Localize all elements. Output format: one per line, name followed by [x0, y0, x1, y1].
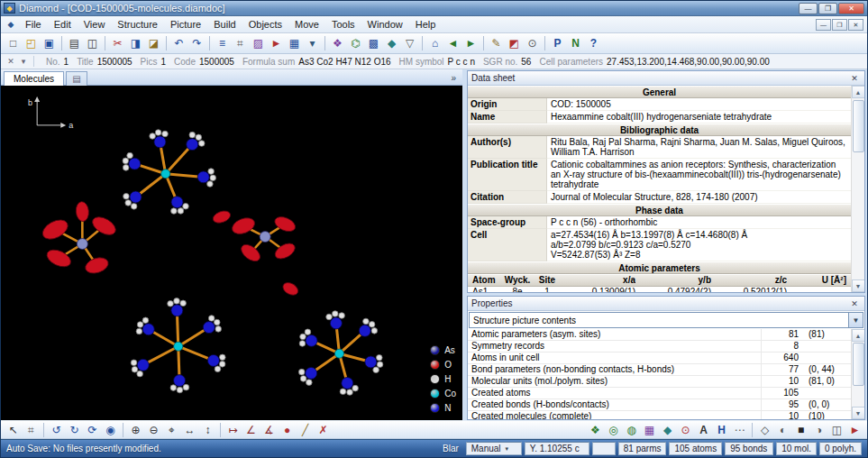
zoom-in-icon[interactable]: ⊕: [127, 422, 144, 438]
close-button[interactable]: ✕: [838, 3, 864, 14]
property-row[interactable]: Atoms in unit cell640: [468, 353, 851, 364]
home-icon[interactable]: ⌂: [426, 35, 443, 51]
scroll-down-icon[interactable]: ▼: [852, 407, 865, 419]
table-menu-arrow-icon[interactable]: ▾: [304, 35, 321, 51]
menu-picture[interactable]: Picture: [164, 16, 207, 33]
frame-select-icon[interactable]: ⌗: [23, 422, 40, 438]
video-sequence-icon[interactable]: ►: [268, 35, 285, 51]
add-bond-icon[interactable]: ╱: [297, 422, 314, 438]
property-row[interactable]: Symmetry records8: [468, 341, 851, 353]
picture-icon[interactable]: ▨: [250, 35, 267, 51]
property-row[interactable]: Created bonds (H-bonds/contacts)95(0, 0): [468, 399, 851, 411]
mdi-restore-button[interactable]: ❐: [832, 19, 847, 31]
build-molecules-icon[interactable]: ⌬: [347, 35, 364, 51]
dropdown-arrow-icon[interactable]: ▼: [848, 313, 863, 327]
add-atom-icon[interactable]: ●: [279, 422, 296, 438]
pan-horizontal-icon[interactable]: ↔: [181, 422, 198, 438]
polyhedra-icon[interactable]: ◆: [383, 35, 400, 51]
palette-icon[interactable]: ◩: [506, 35, 523, 51]
property-row[interactable]: Created atoms105: [468, 388, 851, 399]
table-menu-icon[interactable]: ▦: [286, 35, 303, 51]
property-row[interactable]: Bond parameters (non-bonding contacts, H…: [468, 364, 851, 376]
restore-button[interactable]: ❐: [818, 3, 837, 14]
menu-build[interactable]: Build: [207, 16, 242, 33]
menu-structure[interactable]: Structure: [111, 16, 164, 33]
update-mode-combo[interactable]: Manual▾: [466, 442, 522, 455]
molecules-mode-icon[interactable]: ❖: [587, 422, 604, 438]
polyhedra-mode-icon[interactable]: ◆: [659, 422, 676, 438]
menu-view[interactable]: View: [78, 16, 112, 33]
mdi-close-button[interactable]: ✕: [848, 19, 863, 31]
periodic-table-icon[interactable]: P: [549, 35, 566, 51]
title-bar[interactable]: ◆ Diamond - [COD-1500005-molecules.diamd…: [1, 1, 867, 16]
scroll-up-icon[interactable]: ▲: [852, 86, 865, 98]
scroll-thumb[interactable]: [853, 343, 864, 386]
hydrogen-toggle-icon[interactable]: H: [713, 422, 730, 438]
new-picture-tab[interactable]: ▤: [66, 71, 87, 86]
menu-help[interactable]: Help: [409, 16, 443, 33]
rotate-z-icon[interactable]: ⟳: [84, 422, 101, 438]
perspective-icon[interactable]: ◇: [756, 422, 773, 438]
ellipsoid-mode-icon[interactable]: ⊙: [677, 422, 694, 438]
atom-labels-icon[interactable]: A: [695, 422, 712, 438]
structure-canvas[interactable]: ba AsOHCoN: [1, 86, 462, 420]
open-file-icon[interactable]: ◰: [23, 35, 40, 51]
zoom-out-icon[interactable]: ⊖: [145, 422, 162, 438]
rotate-x-icon[interactable]: ↺: [48, 422, 65, 438]
mdi-minimize-button[interactable]: —: [816, 19, 831, 31]
record-nav-icon[interactable]: ▾: [17, 57, 30, 66]
scroll-down-icon[interactable]: ▼: [852, 279, 865, 292]
close-infobar-icon[interactable]: ✕: [5, 57, 17, 66]
measure-angle-icon[interactable]: ∠: [242, 422, 260, 438]
menu-file[interactable]: File: [19, 16, 48, 33]
render-quality-icon[interactable]: ◑: [810, 422, 827, 438]
menu-edit[interactable]: Edit: [48, 16, 78, 33]
close-data-sheet-icon[interactable]: ✕: [848, 74, 861, 83]
cut-icon[interactable]: ✂: [109, 35, 126, 51]
data-sheet-title-bar[interactable]: Data sheet ✕: [468, 71, 864, 86]
movie-icon[interactable]: ►: [846, 422, 863, 438]
scroll-track[interactable]: [852, 342, 865, 407]
help-icon[interactable]: ?: [585, 35, 602, 51]
pan-vertical-icon[interactable]: ↕: [199, 422, 216, 438]
menu-window[interactable]: Window: [361, 16, 409, 33]
powder-pattern-icon[interactable]: N: [567, 35, 584, 51]
copy-icon[interactable]: ◨: [127, 35, 144, 51]
pointer-select-icon[interactable]: ↖: [5, 422, 22, 438]
snapshot-icon[interactable]: ◫: [828, 422, 845, 438]
menu-objects[interactable]: Objects: [242, 16, 288, 33]
data-sheet-scrollbar[interactable]: ▲ ▼: [851, 86, 864, 292]
atomic-table-row[interactable]: As18e10.13009(1)0.47924(2)0.52012(1): [468, 287, 851, 292]
menu-move[interactable]: Move: [288, 16, 325, 33]
undo-icon[interactable]: ↶: [170, 35, 187, 51]
settings-icon[interactable]: ⊙: [524, 35, 541, 51]
filter-icon[interactable]: ▽: [401, 35, 418, 51]
print-icon[interactable]: ▤: [66, 35, 83, 51]
scroll-track[interactable]: [852, 98, 865, 279]
spin-icon[interactable]: ◉: [102, 422, 119, 438]
measure-distance-icon[interactable]: ↦: [224, 422, 242, 438]
background-color-icon[interactable]: ■: [792, 422, 809, 438]
properties-scrollbar[interactable]: ▲ ▼: [851, 329, 864, 419]
grow-molecule-icon[interactable]: ◎: [605, 422, 622, 438]
close-properties-icon[interactable]: ✕: [848, 299, 861, 308]
packing-cell-icon[interactable]: ▦: [641, 422, 658, 438]
paste-icon[interactable]: ◪: [145, 35, 162, 51]
contacts-icon[interactable]: ⋯: [731, 422, 748, 438]
measure-torsion-icon[interactable]: ∡: [260, 422, 278, 438]
save-icon[interactable]: ▣: [41, 35, 58, 51]
scroll-thumb[interactable]: [853, 100, 864, 152]
stereo-view-icon[interactable]: ◐: [774, 422, 791, 438]
scroll-up-icon[interactable]: ▲: [852, 329, 865, 342]
redo-icon[interactable]: ↷: [188, 35, 206, 51]
delete-icon[interactable]: ✗: [315, 422, 332, 438]
structure-wizard-icon[interactable]: ❖: [329, 35, 346, 51]
tab-molecules[interactable]: Molecules: [4, 71, 64, 86]
tab-scroll-chevrons[interactable]: »: [451, 73, 460, 85]
properties-title-bar[interactable]: Properties ✕: [468, 297, 864, 311]
menu-tools[interactable]: Tools: [325, 16, 361, 33]
new-document-icon[interactable]: □: [5, 35, 22, 51]
data-sheet-icon[interactable]: ≡: [214, 35, 231, 51]
properties-category-select[interactable]: Structure picture contents ▼: [469, 312, 863, 328]
print-preview-icon[interactable]: ◫: [84, 35, 101, 51]
